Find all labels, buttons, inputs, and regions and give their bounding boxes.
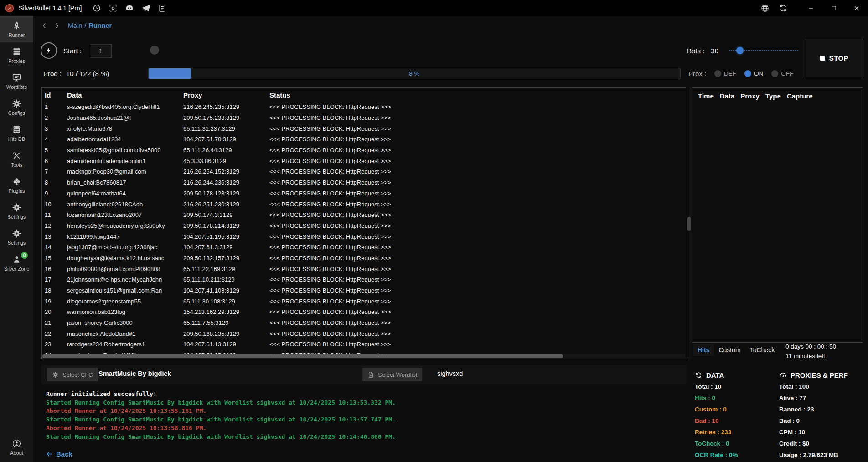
history-icon[interactable] bbox=[92, 4, 101, 13]
nav-forward-icon[interactable] bbox=[53, 22, 61, 30]
tab-hits[interactable]: Hits bbox=[693, 344, 714, 356]
stat-cpm: CPM : 10 bbox=[779, 426, 863, 438]
globe-icon[interactable] bbox=[760, 4, 770, 13]
table-row[interactable]: 2Joshua465:Joshua21@!209.50.175.233:3129… bbox=[42, 113, 686, 123]
minimize-icon bbox=[807, 4, 815, 12]
cell-id: 7 bbox=[45, 168, 67, 175]
refresh-icon[interactable] bbox=[779, 4, 788, 13]
cell-status: <<< PROCESSING BLOCK: HttpRequest >>> bbox=[269, 266, 686, 272]
table-row[interactable]: 23rarodgers234:Robertrodgers1104.207.61.… bbox=[42, 339, 686, 350]
back-arrow-icon bbox=[45, 450, 53, 458]
cell-proxy: 216.26.245.235:3129 bbox=[183, 103, 269, 110]
stat-bad: Bad : 0 bbox=[779, 415, 863, 426]
bots-label: Bots :30 bbox=[687, 47, 718, 55]
sidebar-item-wordlists[interactable]: Wordlists bbox=[0, 68, 33, 94]
bots-slider-handle[interactable] bbox=[736, 47, 744, 54]
sidebar-item-settings-core[interactable]: Settings bbox=[0, 224, 33, 250]
start-slider-handle[interactable] bbox=[150, 46, 159, 55]
table-row[interactable]: 21jason_shorey:Garlic300065.111.7.55:312… bbox=[42, 318, 686, 329]
table-row[interactable]: 5samiareski05@gmail.com:dive500065.111.2… bbox=[42, 145, 686, 156]
telegram-icon[interactable] bbox=[141, 4, 150, 13]
tab-tocheck[interactable]: ToCheck bbox=[745, 344, 779, 356]
breadcrumb: Main/Runner bbox=[33, 16, 868, 35]
vertical-scrollbar[interactable] bbox=[687, 87, 691, 359]
discord-icon[interactable] bbox=[125, 4, 134, 13]
stat-total: Total : 100 bbox=[779, 381, 863, 392]
cell-status: <<< PROCESSING BLOCK: HttpRequest >>> bbox=[269, 287, 686, 294]
table-row[interactable]: 3xirolyfe:Mario67865.111.31.237:3129<<< … bbox=[42, 123, 686, 134]
table-row[interactable]: 1721johnsonm@e-hps.net:MycahJohn65.111.1… bbox=[42, 274, 686, 285]
table-row[interactable]: 16philip090808@gmail.com:Pl09080865.111.… bbox=[42, 263, 686, 274]
sidebar-item-plugins[interactable]: Plugins bbox=[0, 172, 33, 198]
table-row[interactable]: 13k1211699:ktwp1447104.207.51.195:3129<<… bbox=[42, 231, 686, 242]
prox-option-off[interactable]: OFF bbox=[771, 70, 793, 77]
table-row[interactable]: 15doughertysa@kalama.k12.hi.us:sanc209.5… bbox=[42, 253, 686, 264]
table-row[interactable]: 22masonchick:AledoBand#1209.50.168.235:3… bbox=[42, 328, 686, 339]
cell-data: s-szegedid@bsd405.org:ClydeHill1 bbox=[67, 103, 183, 110]
stats-title: DATA bbox=[695, 369, 779, 381]
notes-icon[interactable] bbox=[158, 4, 167, 13]
back-button[interactable]: Back bbox=[45, 450, 72, 458]
cell-id: 16 bbox=[45, 266, 67, 272]
close-button[interactable] bbox=[845, 0, 868, 16]
horizontal-scrollbar-thumb[interactable] bbox=[42, 354, 563, 358]
minimize-button[interactable] bbox=[800, 0, 822, 16]
progress-percent-text: 8 % bbox=[149, 68, 680, 79]
table-row[interactable]: 20warmonion:bab123log154.213.162.29:3129… bbox=[42, 307, 686, 318]
progress-label-text: Prog : bbox=[43, 70, 62, 77]
sidebar-item-hits-db[interactable]: Hits DB bbox=[0, 120, 33, 146]
sidebar-item-configs[interactable]: Configs bbox=[0, 94, 33, 120]
prox-option-label: DEF bbox=[724, 70, 736, 77]
column-header-id: Id bbox=[45, 91, 67, 99]
vertical-scrollbar-thumb[interactable] bbox=[687, 217, 691, 231]
table-row[interactable]: 11lozanonoah123:Lozano2007209.50.174.3:3… bbox=[42, 210, 686, 221]
timer-block: 0 days 00 : 00 : 50 11 minutes left bbox=[785, 342, 836, 361]
select-wordlist-label: Select Wordlist bbox=[378, 371, 417, 378]
prox-option-def[interactable]: DEF bbox=[714, 70, 736, 77]
stop-button[interactable]: STOP bbox=[806, 39, 863, 77]
table-row[interactable]: 8brian_choi:Bc7860817216.26.244.236:3129… bbox=[42, 177, 686, 188]
sidebar-item-label: Settings bbox=[8, 214, 26, 220]
bots-slider[interactable] bbox=[729, 46, 798, 55]
log-line: Aborted Runner at 10/24/2025 10:13:55.16… bbox=[46, 407, 684, 416]
nav-back-icon[interactable] bbox=[41, 22, 48, 30]
table-row[interactable]: 1s-szegedid@bsd405.org:ClydeHill1216.26.… bbox=[42, 102, 686, 113]
sidebar-item-settings[interactable]: Settings bbox=[0, 198, 33, 224]
sidebar-item-runner[interactable]: Runner bbox=[0, 16, 33, 42]
runner-status-circle bbox=[41, 42, 57, 59]
table-row[interactable]: 6ademideonitiri:ademideonitiri145.3.33.8… bbox=[42, 155, 686, 166]
table-row[interactable]: 10anthonygilleland:92618CAoh216.26.251.2… bbox=[42, 199, 686, 210]
maximize-button[interactable] bbox=[822, 0, 845, 16]
hits-panel-tabs: HitsCustomToCheck bbox=[693, 344, 779, 356]
capture-icon[interactable] bbox=[108, 4, 118, 13]
cell-data: doughertysa@kalama.k12.hi.us:sanc bbox=[67, 255, 183, 262]
table-row[interactable]: 12hensleyb25@nsacademy.org:Sp0oky209.50.… bbox=[42, 221, 686, 231]
table-row[interactable]: 19diegoramos2:greenstamp5565.111.30.108:… bbox=[42, 296, 686, 307]
sidebar-item-tools[interactable]: Tools bbox=[0, 146, 33, 172]
stat-ocr-rate: OCR Rate : 0% bbox=[695, 449, 779, 461]
column-header-time: Time bbox=[698, 92, 714, 100]
select-cfg-button[interactable]: Select CFG bbox=[47, 368, 98, 381]
horizontal-scrollbar[interactable] bbox=[42, 354, 685, 359]
tab-custom[interactable]: Custom bbox=[714, 344, 745, 356]
table-row[interactable]: 9quinnpeel64:mathat64209.50.178.123:3129… bbox=[42, 188, 686, 199]
start-input[interactable] bbox=[90, 44, 112, 58]
notification-badge: 0 bbox=[21, 252, 28, 259]
plugin-icon bbox=[12, 177, 21, 186]
table-row[interactable]: 7mackngo:Poop30@gmail.com216.26.254.152:… bbox=[42, 166, 686, 177]
sidebar-item-proxies[interactable]: Proxies bbox=[0, 42, 33, 68]
cell-id: 18 bbox=[45, 287, 67, 294]
table-row[interactable]: 14jaog1307@mcsd-stu.org:42308jac104.207.… bbox=[42, 242, 686, 253]
sidebar-item-silver-zone[interactable]: Silver Zone0 bbox=[0, 250, 33, 276]
select-wordlist-button[interactable]: Select Wordlist bbox=[362, 368, 422, 381]
table-row[interactable]: 4adalberton:adal1234104.207.51.70:3129<<… bbox=[42, 134, 686, 145]
cell-data: ademideonitiri:ademideonitiri1 bbox=[67, 158, 183, 164]
cell-data: sergesaintlouis151@gmail.com:Ran bbox=[67, 287, 183, 294]
sidebar-item-about[interactable]: About bbox=[0, 434, 33, 460]
table-row[interactable]: 18sergesaintlouis151@gmail.com:Ran104.20… bbox=[42, 285, 686, 296]
prox-option-on[interactable]: ON bbox=[744, 70, 763, 77]
cell-data: warmonion:bab123log bbox=[67, 308, 183, 315]
log-line: Started Running Config SmartMusic By big… bbox=[46, 433, 684, 441]
cell-data: k1211699:ktwp1447 bbox=[67, 233, 183, 240]
progress-label: Prog :10 / 122 (8 %) bbox=[43, 70, 109, 77]
